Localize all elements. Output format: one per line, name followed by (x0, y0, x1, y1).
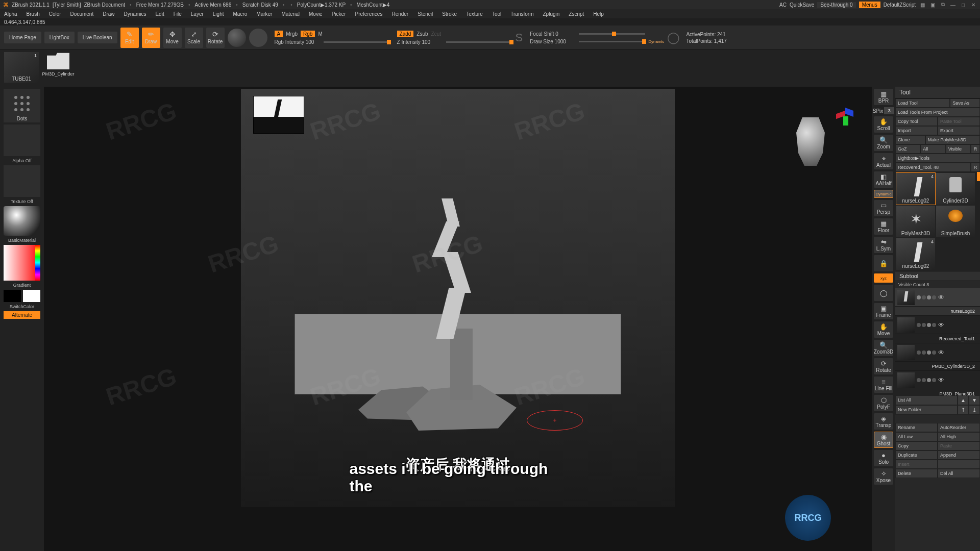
tool-tile[interactable]: Cylinder3D (936, 173, 975, 205)
menu-preferences[interactable]: Preferences (355, 11, 382, 17)
scroll-nub[interactable] (977, 172, 980, 181)
focal-shift-slider[interactable]: Focal Shift 0 (530, 31, 576, 37)
rotate3d-button[interactable]: ⟳Rotate (874, 358, 893, 374)
navigator-head-icon[interactable] (790, 117, 831, 168)
frame-button[interactable]: ▣Frame (874, 303, 893, 319)
window-icon-2[interactable]: ▣ (929, 2, 936, 8)
recovered-tool-label[interactable]: Recovered_Tool. 48 (895, 163, 971, 172)
solo-button[interactable]: ●Solo (874, 450, 893, 466)
folder-tile-cylinder[interactable]: PM3D_Cylinder (42, 52, 75, 81)
transp-button[interactable]: ◈Transp (874, 413, 893, 430)
gradient-label[interactable]: Gradient (4, 283, 40, 288)
a-toggle[interactable]: A (275, 31, 283, 37)
lightbox-button[interactable]: LightBox (44, 32, 75, 43)
viewport[interactable]: 资产后 我将通过 assets i'll be going through th… (241, 89, 675, 507)
xyz-button[interactable]: xyz (874, 273, 893, 283)
sculptris-toggle[interactable] (228, 29, 246, 47)
move3d-button[interactable]: ✋Move (874, 321, 893, 338)
goz-all-button[interactable]: All (920, 144, 945, 154)
tool-tile[interactable]: 4nurseLog02 (896, 238, 935, 270)
live-boolean-button[interactable]: Live Boolean (78, 32, 117, 43)
zoom-button[interactable]: 🔍Zoom (874, 135, 893, 151)
close-icon[interactable]: ✕ (970, 2, 977, 8)
insert-button[interactable]: Insert (895, 460, 938, 469)
menu-light[interactable]: Light (213, 11, 224, 17)
eye-icon[interactable]: 👁 (938, 321, 944, 329)
s-curve-icon[interactable]: S (516, 31, 523, 44)
eye-icon[interactable]: 👁 (938, 349, 944, 356)
draw-size-slider[interactable]: Draw Size 1000 (530, 39, 576, 44)
menu-help[interactable]: Help (593, 11, 604, 17)
menu-zscript[interactable]: Zscript (569, 11, 584, 17)
duplicate-button[interactable]: Duplicate (895, 450, 938, 460)
move-up-icon[interactable]: ▲ (958, 395, 969, 405)
menu-document[interactable]: Document (70, 11, 94, 17)
subtool-item[interactable]: 👁 (895, 288, 980, 307)
copy-button[interactable]: Copy (895, 441, 938, 450)
floor-button[interactable]: ▦Floor (874, 218, 893, 235)
bpr-button[interactable]: ▦BPR (874, 89, 893, 105)
make-polymesh-button[interactable]: Make PolyMesh3D (925, 135, 980, 144)
load-tool-button[interactable]: Load Tool (895, 98, 950, 108)
alternate-button[interactable]: Alternate (4, 311, 40, 319)
linefill-button[interactable]: ≡Line Fill (874, 377, 893, 393)
scroll-button[interactable]: ✋Scroll (874, 116, 893, 133)
stroke-dots[interactable]: Dots (4, 89, 40, 122)
clone-button[interactable]: Clone (895, 135, 925, 144)
menu-movie[interactable]: Movie (309, 11, 323, 17)
subtool-item[interactable]: 👁 (895, 371, 980, 389)
persp-button[interactable]: ▭Persp (874, 200, 893, 216)
document-thumbnail[interactable] (253, 96, 304, 134)
delete-button[interactable]: Delete (895, 469, 938, 478)
menu-color[interactable]: Color (49, 11, 61, 17)
xpose-button[interactable]: ✧Xpose (874, 468, 893, 485)
subtool-item[interactable]: 👁 (895, 343, 980, 362)
aahalf-button[interactable]: ◧AAHalf (874, 171, 893, 188)
goz-visible-button[interactable]: Visible (946, 144, 971, 154)
o-curve-icon[interactable]: ◯ (667, 31, 680, 44)
zadd-toggle[interactable]: Zadd (397, 31, 414, 37)
menu-material[interactable]: Material (281, 11, 300, 17)
lsym-button[interactable]: ⇋L.Sym (874, 237, 893, 253)
goz-button[interactable]: GoZ (895, 144, 920, 154)
tool-tile[interactable]: SimpleBrush (936, 206, 975, 237)
menu-dynamics[interactable]: Dynamics (124, 11, 146, 17)
all-high-button[interactable]: All High (938, 432, 980, 441)
lightbox-tools-button[interactable]: Lightbox▶Tools (895, 154, 980, 163)
insert-2-button[interactable] (938, 460, 980, 469)
material-slot[interactable] (4, 206, 40, 236)
gizmo-toggle[interactable] (249, 29, 267, 47)
eye-icon[interactable]: 👁 (938, 377, 944, 384)
menu-render[interactable]: Render (391, 11, 408, 17)
menu-texture[interactable]: Texture (466, 11, 483, 17)
actual-button[interactable]: ⌖Actual (874, 153, 893, 169)
home-page-button[interactable]: Home Page (4, 32, 41, 43)
ghost-button[interactable]: ◉Ghost (874, 432, 893, 448)
eye-icon[interactable]: 👁 (938, 294, 944, 301)
quicksave-button[interactable]: QuickSave (790, 2, 814, 8)
menu-stroke[interactable]: Stroke (442, 11, 457, 17)
new-folder-button[interactable]: New Folder (895, 405, 958, 415)
goz-r-button[interactable]: R (971, 144, 980, 154)
import-button[interactable]: Import (895, 126, 938, 135)
tool-tile[interactable]: 4nurseLog02 (896, 173, 935, 205)
move-down-icon[interactable]: ▼ (969, 395, 980, 405)
zsub-toggle[interactable]: Zsub (416, 31, 428, 37)
menu-picker[interactable]: Picker (332, 11, 346, 17)
r-button[interactable]: R (971, 163, 980, 172)
switch-color-label[interactable]: SwitchColor (4, 304, 40, 309)
m-toggle[interactable]: M (318, 31, 322, 37)
load-project-button[interactable]: Load Tools From Project (895, 108, 980, 117)
menu-edit[interactable]: Edit (155, 11, 164, 17)
rename-button[interactable]: Rename (895, 423, 938, 432)
rotate-mode-button[interactable]: ⟳Rotate (206, 28, 225, 48)
menu-marker[interactable]: Marker (256, 11, 272, 17)
rgb-toggle[interactable]: Rgb (301, 31, 315, 37)
alpha-slot[interactable] (4, 124, 40, 156)
tool-header[interactable]: Tool (895, 87, 980, 98)
lock-button[interactable]: 🔒 (874, 255, 893, 271)
bottom-icon[interactable]: ⤓ (969, 405, 980, 415)
autoreorder-button[interactable]: AutoReorder (938, 423, 980, 432)
spix-input[interactable] (884, 107, 894, 114)
append-button[interactable]: Append (938, 450, 980, 460)
